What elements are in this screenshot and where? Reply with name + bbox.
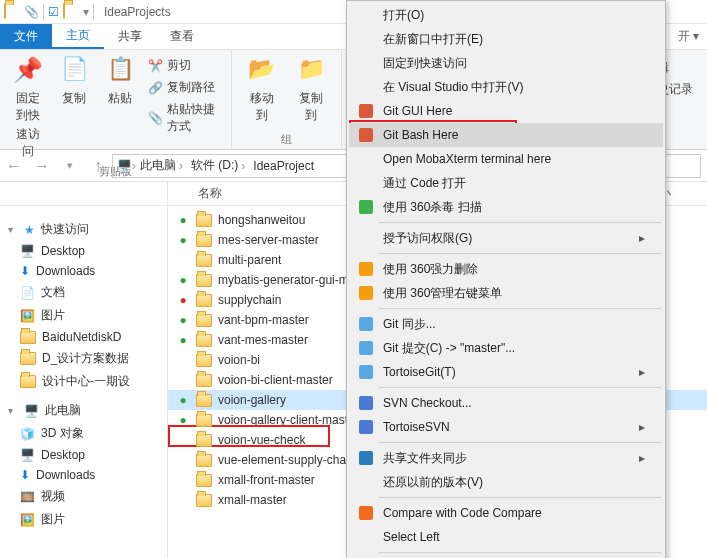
context-menu-label: 使用 360强力删除 xyxy=(377,261,645,278)
folder-icon xyxy=(196,414,212,427)
file-name: multi-parent xyxy=(218,253,281,267)
paste-shortcut-button[interactable]: 📎粘贴快捷方式 xyxy=(146,100,223,136)
context-menu-item[interactable]: Select Left xyxy=(349,525,663,549)
context-menu-label: 授予访问权限(G) xyxy=(377,230,639,247)
cut-button[interactable]: ✂️剪切 xyxy=(146,56,223,75)
quick-access-toolbar-pin-icon[interactable]: 📎 xyxy=(24,5,39,19)
context-menu-item[interactable]: Git GUI Here xyxy=(349,99,663,123)
breadcrumb-segment[interactable]: 此电脑› xyxy=(136,157,187,174)
download-icon: ⬇ xyxy=(20,264,30,278)
nav-pictures2[interactable]: 🖼️图片 xyxy=(0,508,167,531)
nav-downloads2[interactable]: ⬇Downloads xyxy=(0,465,167,485)
tab-share[interactable]: 共享 xyxy=(104,24,156,49)
context-menu-separator xyxy=(379,253,661,254)
nav-documents[interactable]: 📄文档 xyxy=(0,281,167,304)
context-menu-item[interactable]: 打开(O) xyxy=(349,3,663,27)
breadcrumb-segment[interactable]: IdeaProject xyxy=(249,159,318,173)
context-menu-label: Git 同步... xyxy=(377,316,645,333)
context-menu-separator xyxy=(379,497,661,498)
copyto-icon: 📁 xyxy=(295,56,327,88)
context-menu-item[interactable]: Git Bash Here xyxy=(349,123,663,147)
context-menu-item[interactable]: Git 同步... xyxy=(349,312,663,336)
desktop-icon: 🖥️ xyxy=(20,244,35,258)
tab-home[interactable]: 主页 xyxy=(52,24,104,49)
context-menu-item[interactable]: SVN Checkout... xyxy=(349,391,663,415)
tab-file[interactable]: 文件 xyxy=(0,24,52,49)
context-menu-label: Git GUI Here xyxy=(377,104,645,118)
folder-icon xyxy=(63,4,79,20)
context-menu-item[interactable]: 使用 360杀毒 扫描 xyxy=(349,195,663,219)
submenu-arrow-icon: ▸ xyxy=(639,451,645,465)
tab-view[interactable]: 查看 xyxy=(156,24,208,49)
nav-pictures[interactable]: 🖼️图片 xyxy=(0,304,167,327)
cube-icon: 🧊 xyxy=(20,427,35,441)
context-menu-label: 固定到快速访问 xyxy=(377,55,645,72)
nav-this-pc[interactable]: ▾🖥️此电脑 xyxy=(0,399,167,422)
video-icon: 🎞️ xyxy=(20,490,35,504)
context-menu-item[interactable]: Open MobaXterm terminal here xyxy=(349,147,663,171)
nav-forward-button[interactable]: → xyxy=(28,157,56,175)
copy-path-button[interactable]: 🔗复制路径 xyxy=(146,78,223,97)
file-name: xmall-front-master xyxy=(218,473,315,487)
download-icon: ⬇ xyxy=(20,468,30,482)
picture-icon: 🖼️ xyxy=(20,513,35,527)
context-menu-label: Select Left xyxy=(377,530,645,544)
context-menu-item[interactable]: TortoiseSVN▸ xyxy=(349,415,663,439)
picture-icon: 🖼️ xyxy=(20,309,35,323)
context-menu-item[interactable]: 在新窗口中打开(E) xyxy=(349,27,663,51)
nav-3d-objects[interactable]: 🧊3D 对象 xyxy=(0,422,167,445)
context-menu-item[interactable]: 固定到快速访问 xyxy=(349,51,663,75)
context-menu-item[interactable]: 授予访问权限(G)▸ xyxy=(349,226,663,250)
tort-icon xyxy=(355,365,377,379)
context-menu-item[interactable]: 在 Visual Studio 中打开(V) xyxy=(349,75,663,99)
file-name: voion-gallery xyxy=(218,393,286,407)
overlay-none: · xyxy=(176,453,190,467)
overlay-error-icon: ● xyxy=(176,293,190,307)
nav-design-center[interactable]: 设计中心-一期设 xyxy=(0,370,167,393)
context-menu-label: 共享文件夹同步 xyxy=(377,450,639,467)
pin-to-quick-access-button[interactable]: 📌 固定到快 速访问 xyxy=(8,54,48,162)
nav-downloads[interactable]: ⬇Downloads xyxy=(0,261,167,281)
paste-button[interactable]: 📋 粘贴 xyxy=(100,54,140,109)
context-menu-item[interactable]: 使用 360强力删除 xyxy=(349,257,663,281)
tort-icon xyxy=(355,341,377,355)
context-menu-item[interactable]: Compare with Code Compare xyxy=(349,501,663,525)
nav-back-button[interactable]: ← xyxy=(0,157,28,175)
nav-up-button[interactable]: ↑ xyxy=(84,157,112,175)
ribbon-right-open[interactable]: 开 ▾ xyxy=(678,28,699,45)
submenu-arrow-icon: ▸ xyxy=(639,231,645,245)
nav-desktop2[interactable]: 🖥️Desktop xyxy=(0,445,167,465)
quick-access-toolbar-check-icon[interactable]: ☑ xyxy=(48,5,59,19)
folder-icon xyxy=(196,274,212,287)
folder-icon xyxy=(20,331,36,344)
breadcrumb-segment[interactable]: 软件 (D:)› xyxy=(187,157,249,174)
nav-videos[interactable]: 🎞️视频 xyxy=(0,485,167,508)
context-menu-item[interactable]: 还原以前的版本(V) xyxy=(349,470,663,494)
context-menu-item[interactable]: 共享文件夹同步▸ xyxy=(349,446,663,470)
ribbon-group-organize-label: 组 xyxy=(240,130,333,147)
folder-icon xyxy=(196,234,212,247)
nav-baidu[interactable]: BaiduNetdiskD xyxy=(0,327,167,347)
nav-d-design[interactable]: D_设计方案数据 xyxy=(0,347,167,370)
context-menu-separator xyxy=(379,442,661,443)
context-menu-separator xyxy=(379,552,661,553)
context-menu-item[interactable]: TortoiseGit(T)▸ xyxy=(349,360,663,384)
context-menu-label: 通过 Code 打开 xyxy=(377,175,645,192)
nav-desktop[interactable]: 🖥️Desktop xyxy=(0,241,167,261)
file-name: vant-bpm-master xyxy=(218,313,309,327)
git-icon xyxy=(355,128,377,142)
copy-button[interactable]: 📄 复制 xyxy=(54,54,94,109)
nav-quick-access[interactable]: ▾★快速访问 xyxy=(0,218,167,241)
qat-dropdown-icon[interactable]: ▾ xyxy=(83,5,89,19)
cc-icon xyxy=(355,506,377,520)
context-menu-item[interactable]: 通过 Code 打开 xyxy=(349,171,663,195)
copy-to-button[interactable]: 📁 复制到 xyxy=(290,54,334,126)
context-menu-item[interactable]: Git 提交(C) -> "master"... xyxy=(349,336,663,360)
folder-icon xyxy=(196,494,212,507)
nav-recent-dropdown[interactable]: ▾ xyxy=(56,159,84,172)
context-menu-item[interactable]: 使用 360管理右键菜单 xyxy=(349,281,663,305)
file-name: vant-mes-master xyxy=(218,333,308,347)
overlay-ok-icon: ● xyxy=(176,233,190,247)
360o-icon xyxy=(355,286,377,300)
move-to-button[interactable]: 📂 移动到 xyxy=(240,54,284,126)
